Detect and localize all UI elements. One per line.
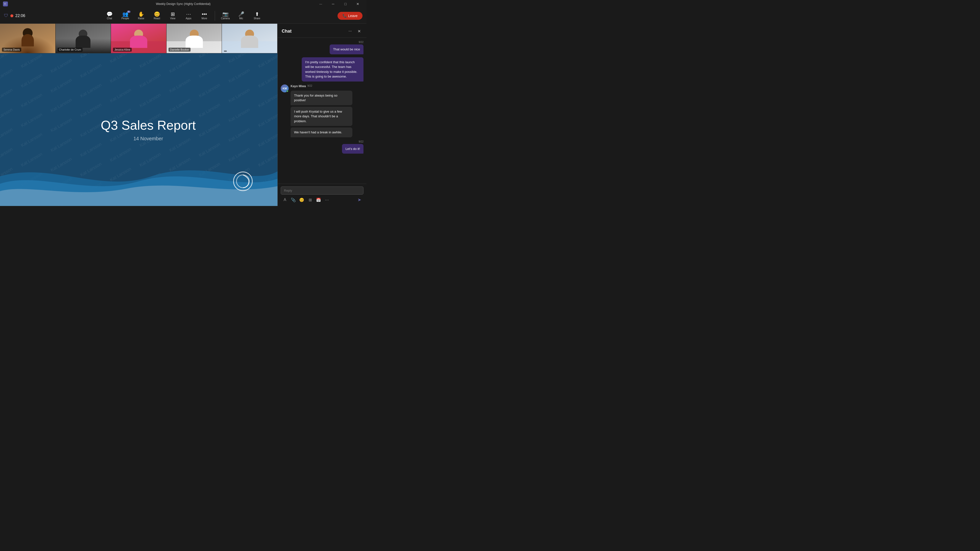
- camera-label: Camera: [221, 17, 230, 20]
- watermark-text: Kat Larsson: [50, 53, 73, 54]
- slide-title: Q3 Sales Report: [101, 118, 196, 133]
- msg-3-bubble-3: We haven't had a break in awhile.: [291, 127, 352, 137]
- message-4: 9/22 Let's do it!: [281, 140, 363, 154]
- participant-name-3: Jessica Kline: [113, 48, 132, 52]
- emoji-button[interactable]: 😊: [298, 196, 305, 203]
- camera-icon: 📷: [223, 12, 229, 17]
- watermark-text: Kat Larsson: [20, 112, 43, 128]
- presentation-area: Kat LarssonKat LarssonKat LarssonKat Lar…: [0, 53, 277, 206]
- message-3: KM Kayo Miwa 9/22 Thank you for always b…: [281, 84, 363, 137]
- people-button[interactable]: 👥 9 People: [118, 10, 133, 21]
- chat-close-button[interactable]: ✕: [356, 28, 363, 35]
- camera-button[interactable]: 📷 Camera: [218, 10, 233, 21]
- watermark-text: Kat Larsson: [109, 53, 132, 64]
- react-label: React: [154, 17, 160, 20]
- participant-thumb-3: Jessica Kline: [111, 24, 167, 53]
- watermark-text: Kat Larsson: [138, 72, 162, 89]
- watermark-text: Kat Larsson: [79, 82, 103, 98]
- view-label: View: [170, 17, 175, 20]
- participant-thumb-4: Danielle Booker: [167, 24, 222, 53]
- msg-3-text3: We haven't had a break in awhile.: [294, 130, 342, 134]
- meet-now-button[interactable]: ⊞: [306, 196, 314, 203]
- watermark-text: Kat Larsson: [50, 137, 73, 153]
- watermark-text: Kat Larsson: [0, 53, 14, 64]
- watermark-text: Kat Larsson: [257, 53, 277, 69]
- mic-button[interactable]: 🎤 Mic: [234, 10, 248, 21]
- watermark-text: Kat Larsson: [79, 53, 103, 59]
- meeting-toolbar: 🛡 22:06 💬 Chat 👥 9 People ✋ Raise 😊 Reac…: [0, 8, 366, 24]
- view-button[interactable]: ⊞ View: [165, 10, 180, 21]
- svg-text:T: T: [5, 3, 6, 5]
- watermark-text: Kat Larsson: [50, 57, 73, 74]
- more-options-btn[interactable]: ···: [315, 0, 326, 8]
- toolbar-left: 🛡 22:06: [4, 13, 94, 18]
- minimize-btn[interactable]: ─: [328, 0, 339, 8]
- msg-3-sender: Kayo Miwa: [291, 84, 306, 88]
- watermark-text: Kat Larsson: [50, 117, 73, 133]
- reply-input[interactable]: [284, 189, 360, 192]
- slide-content: Q3 Sales Report 14 November: [101, 118, 196, 141]
- schedule-button[interactable]: 📅: [315, 196, 322, 203]
- share-button[interactable]: ⬆ Share: [250, 10, 264, 21]
- divider: [215, 11, 215, 21]
- msg-3-text1: Thank you for always being so positive!: [294, 94, 337, 102]
- watermark-text: Kat Larsson: [168, 53, 191, 54]
- mic-label: Mic: [239, 17, 243, 20]
- chat-tools: A 📎 😊 ⊞ 📅 ⋯: [281, 196, 331, 203]
- msg-1-bubble: That would be nice: [329, 44, 363, 54]
- teams-logo: T: [3, 2, 8, 6]
- msg-3-bubble-2: I will push Krystal to give us a few mor…: [291, 107, 352, 126]
- watermark-text: Kat Larsson: [50, 97, 73, 113]
- watermark-text: Kat Larsson: [0, 107, 14, 123]
- apps-label: Apps: [186, 17, 191, 20]
- watermark-text: Kat Larsson: [257, 132, 277, 148]
- participant-name-1: Serena Davis: [2, 48, 21, 52]
- leave-button[interactable]: 📞 Leave: [337, 12, 363, 20]
- title-bar: T Weekly Design Sync (Highly Confidentia…: [0, 0, 366, 8]
- more-button[interactable]: ••• More: [197, 10, 212, 21]
- attach-file-button[interactable]: 📎: [290, 196, 297, 203]
- people-icon: 👥 9: [123, 12, 129, 17]
- msg-3-meta: Kayo Miwa 9/22: [291, 84, 352, 88]
- raise-button[interactable]: ✋ Raise: [134, 10, 148, 21]
- watermark-text: Kat Larsson: [168, 97, 191, 113]
- watermark-text: Kat Larsson: [168, 77, 191, 94]
- avatar-initials: KM: [282, 87, 286, 90]
- watermark-text: Kat Larsson: [79, 102, 103, 118]
- participant-thumb-5: [222, 24, 277, 53]
- chat-header-actions: ··· ✕: [347, 28, 363, 35]
- apps-button[interactable]: ⋯ Apps: [181, 10, 196, 21]
- chat-panel: Chat ··· ✕ 9/22 That would be nice I'm p…: [277, 24, 366, 206]
- watermark-text: Kat Larsson: [198, 141, 221, 158]
- mic-icon: 🎤: [238, 12, 244, 17]
- message-1: 9/22 That would be nice: [281, 41, 363, 54]
- watermark-text: Kat Larsson: [257, 92, 277, 108]
- watermark-text: Kat Larsson: [20, 53, 43, 69]
- participant-name-2: Charlotte de Crum: [57, 48, 83, 52]
- react-icon: 😊: [154, 12, 160, 17]
- participant-thumb-2: Charlotte de Crum: [56, 24, 111, 53]
- chat-button[interactable]: 💬 Chat: [102, 10, 117, 21]
- watermark-text: Kat Larsson: [257, 72, 277, 89]
- more-actions-button[interactable]: ⋯: [323, 196, 331, 203]
- participant-thumb-1: Serena Davis: [0, 24, 56, 53]
- watermark-text: Kat Larsson: [138, 92, 162, 108]
- leave-label: Leave: [348, 14, 358, 18]
- react-button[interactable]: 😊 React: [150, 10, 164, 21]
- chat-title: Chat: [282, 29, 291, 34]
- format-text-button[interactable]: A: [281, 196, 289, 203]
- watermark-text: Kat Larsson: [257, 112, 277, 128]
- watermark-text: Kat Larsson: [109, 87, 132, 103]
- close-btn[interactable]: ✕: [352, 0, 363, 8]
- watermark-text: Kat Larsson: [138, 53, 162, 69]
- toolbar-right: 📞 Leave: [273, 12, 363, 20]
- view-icon: ⊞: [171, 12, 175, 17]
- send-button[interactable]: ➤: [356, 196, 363, 203]
- chat-more-button[interactable]: ···: [347, 28, 353, 35]
- watermark-text: Kat Larsson: [228, 107, 251, 123]
- maximize-btn[interactable]: □: [340, 0, 351, 8]
- watermark-text: Kat Larsson: [228, 67, 251, 84]
- reply-input-wrapper[interactable]: [281, 186, 363, 195]
- msg-2-text: I'm pretty confident that this launch wi…: [305, 60, 357, 79]
- watermark-text: Kat Larsson: [79, 141, 103, 158]
